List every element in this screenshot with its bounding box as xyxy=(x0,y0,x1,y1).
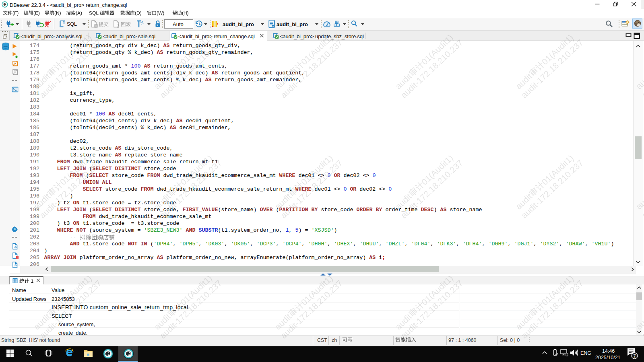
svg-text:7: 7 xyxy=(633,354,636,358)
